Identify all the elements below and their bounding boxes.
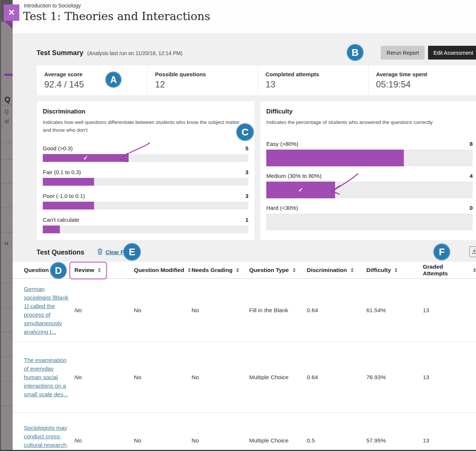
background-page-overlay: Q Q of st xyxy=(0,0,13,451)
bar-count: 5 xyxy=(245,145,248,151)
bar-track xyxy=(43,178,248,186)
bar-hard: Hard (<30%) 0 xyxy=(266,205,473,230)
sort-icon xyxy=(98,268,101,272)
check-icon: ✓ xyxy=(298,186,303,193)
column-header-question-type[interactable]: Question Type xyxy=(249,267,307,274)
sort-icon xyxy=(395,268,398,272)
table-row: Sociologists may conduct cross-cultural … xyxy=(13,413,476,451)
annotation-badge-d: D xyxy=(50,262,67,279)
difficulty-value: 57.95% xyxy=(366,437,423,444)
column-header-review[interactable]: Review xyxy=(74,267,134,274)
stat-possible-questions: Possible questions 12 xyxy=(147,65,258,95)
stat-value: 13 xyxy=(266,79,368,90)
question-type-value: Multiple Choice xyxy=(249,437,307,444)
needs-grading-value: No xyxy=(192,437,249,444)
discrimination-description: Indicates how well questions differentia… xyxy=(43,119,248,134)
background-divider xyxy=(2,381,13,381)
test-summary-title: Test Summary xyxy=(36,49,83,57)
bar-count: 3 xyxy=(245,169,248,175)
annotation-badge-b: B xyxy=(347,44,364,61)
table-row: German sociologist [Blank 1] called the … xyxy=(13,279,476,342)
bar-easy: Easy (>80%) 8 xyxy=(266,141,473,166)
needs-grading-value: No xyxy=(192,307,249,314)
bar-fill: ✓ xyxy=(43,154,129,162)
test-questions-heading: Test Questions xyxy=(36,249,84,256)
stat-value: 92.4 / 145 xyxy=(44,79,147,90)
bar-track xyxy=(43,226,248,233)
background-divider xyxy=(2,208,13,208)
column-header-difficulty[interactable]: Difficulty xyxy=(366,267,423,274)
graded-attempts-value: 13 xyxy=(423,437,476,444)
bar-poor: Poor (-1.0 to 0.1) 3 xyxy=(43,193,248,209)
background-divider xyxy=(2,406,13,406)
bar-label: Hard (<30%) xyxy=(266,205,298,211)
sort-icon xyxy=(188,268,191,272)
discrimination-value: 0.5 xyxy=(307,437,366,444)
course-label: Introduction to Sociology xyxy=(24,3,81,9)
bar-medium: Medium (30% to 80%) 4 ✓ xyxy=(266,173,473,198)
sort-icon xyxy=(473,268,476,272)
question-modified-value: No xyxy=(134,374,192,381)
bar-track: ✓ xyxy=(43,154,248,162)
edit-assessment-button[interactable]: Edit Assessment xyxy=(428,46,476,60)
bar-track: ✓ xyxy=(266,182,473,198)
background-text-fragment: Q xyxy=(4,95,10,104)
test-summary-heading: Test Summary (Analysis last run on 11/20… xyxy=(36,49,182,57)
annotation-badge-c: C xyxy=(236,123,254,141)
stat-completed-attempts: Completed attempts 13 xyxy=(258,65,368,95)
bar-count: 0 xyxy=(470,205,473,211)
question-type-value: Fill in the Blank xyxy=(249,307,307,314)
background-divider xyxy=(2,232,13,233)
window-left-edge xyxy=(0,0,1,451)
question-modified-value: No xyxy=(134,437,192,444)
question-link[interactable]: Sociologists may conduct cross-cultural … xyxy=(24,425,68,451)
bar-fill xyxy=(43,202,94,209)
download-report-button[interactable] xyxy=(469,246,476,257)
close-button[interactable]: ✕ xyxy=(4,4,19,21)
assessment-analysis-panel: Introduction to Sociology Test 1: Theori… xyxy=(13,0,476,451)
difficulty-description: Indicates the percentage of students who… xyxy=(266,119,472,127)
question-link[interactable]: German sociologist [Blank 1] called the … xyxy=(24,286,68,335)
column-header-discrimination[interactable]: Discrimination xyxy=(307,267,366,274)
bar-label: Easy (>80%) xyxy=(266,141,298,147)
background-divider xyxy=(2,307,13,308)
bar-fill: ✓ xyxy=(266,182,335,198)
page-title: Test 1: Theories and Interactions xyxy=(23,10,210,23)
discrimination-title: Discrimination xyxy=(43,108,248,115)
stat-average-score: Average score 92.4 / 145 xyxy=(37,65,147,95)
graded-attempts-value: 13 xyxy=(423,374,476,381)
background-divider xyxy=(2,143,13,143)
annotation-badge-f: F xyxy=(433,243,450,260)
stat-label: Average score xyxy=(44,71,147,77)
background-divider xyxy=(2,332,13,332)
difficulty-card: Difficulty Indicates the percentage of s… xyxy=(260,101,476,240)
bar-track xyxy=(266,214,473,230)
discrimination-value: 0.64 xyxy=(307,307,366,314)
bar-fill xyxy=(43,178,94,186)
stat-label: Average time spent xyxy=(376,71,476,77)
bar-fill xyxy=(266,150,404,166)
question-type-value: Multiple Choice xyxy=(249,374,307,381)
download-icon xyxy=(471,248,476,256)
bar-fair: Fair (0.1 to 0.3) 3 xyxy=(43,169,248,186)
review-value: No xyxy=(74,374,134,381)
test-questions-table: Question Review Question Modified Needs … xyxy=(13,262,476,451)
bar-cant-calculate: Can't calculate 1 xyxy=(43,217,248,233)
difficulty-value: 61.54% xyxy=(366,307,423,314)
bar-label: Poor (-1.0 to 0.1) xyxy=(43,193,85,199)
column-header-needs-grading[interactable]: Needs Grading xyxy=(192,267,249,274)
bar-label: Medium (30% to 80%) xyxy=(266,173,321,179)
bar-track xyxy=(266,150,473,166)
rerun-report-button[interactable]: Rerun Report xyxy=(381,46,425,60)
table-row: The examination of everyday human social… xyxy=(13,342,476,413)
question-link[interactable]: The examination of everyday human social… xyxy=(24,357,68,397)
check-icon: ✓ xyxy=(83,154,88,161)
annotation-badge-e: E xyxy=(123,243,141,261)
stat-label: Possible questions xyxy=(155,71,258,77)
review-value: No xyxy=(74,437,134,444)
trash-icon xyxy=(97,248,103,256)
column-header-question-modified[interactable]: Question Modified xyxy=(134,267,192,274)
bar-count: 1 xyxy=(245,217,248,223)
stat-value: 12 xyxy=(155,79,258,90)
column-header-graded-attempts[interactable]: Graded Attempts xyxy=(423,263,476,277)
